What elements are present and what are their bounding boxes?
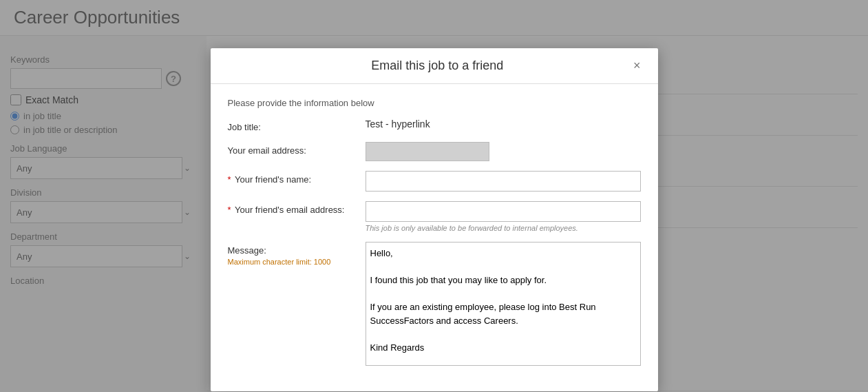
- friends-name-row: * Your friend's name:: [228, 171, 641, 192]
- your-email-row: Your email address:: [228, 142, 641, 161]
- modal-header: Email this job to a friend ×: [211, 48, 658, 84]
- message-row: Message: Maximum character limit: 1000 H…: [228, 242, 641, 368]
- job-title-row: Job title: Test - hyperlink: [228, 118, 641, 132]
- job-title-text: Test - hyperlink: [366, 116, 430, 130]
- your-email-value: [366, 142, 641, 161]
- message-limit: Maximum character limit: 1000: [228, 258, 366, 266]
- modal-title: Email this job to a friend: [245, 59, 630, 73]
- message-label-col: Message: Maximum character limit: 1000: [228, 242, 366, 266]
- email-friend-modal: Email this job to a friend × Please prov…: [211, 48, 658, 391]
- required-asterisk: *: [228, 205, 231, 215]
- friends-name-input[interactable]: [366, 171, 641, 192]
- job-title-label: Job title:: [228, 118, 366, 132]
- job-title-value: Test - hyperlink: [366, 118, 641, 130]
- message-value: Hello, I found this job that you may lik…: [366, 242, 641, 368]
- modal-subtitle: Please provide the information below: [228, 98, 641, 108]
- modal-overlay: Email this job to a friend × Please prov…: [0, 0, 868, 392]
- modal-close-button[interactable]: ×: [630, 59, 644, 73]
- friends-email-label: * Your friend's email address:: [228, 201, 366, 215]
- friends-email-hint: This job is only available to be forward…: [366, 224, 641, 232]
- message-textarea[interactable]: Hello, I found this job that you may lik…: [366, 242, 641, 366]
- message-label: Message:: [228, 245, 366, 256]
- friends-email-input[interactable]: [366, 201, 641, 222]
- modal-body: Please provide the information below Job…: [211, 84, 658, 391]
- friends-name-value: [366, 171, 641, 192]
- your-email-label: Your email address:: [228, 142, 366, 156]
- required-asterisk: *: [228, 174, 231, 185]
- friends-name-label: * Your friend's name:: [228, 171, 366, 185]
- your-email-display: [366, 142, 489, 161]
- friends-email-value: This job is only available to be forward…: [366, 201, 641, 232]
- friends-email-row: * Your friend's email address: This job …: [228, 201, 641, 232]
